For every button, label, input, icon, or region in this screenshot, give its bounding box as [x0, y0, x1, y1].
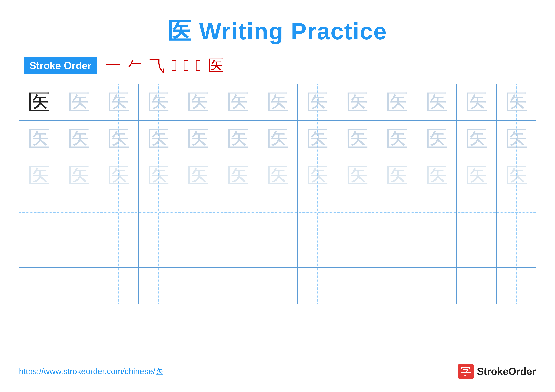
grid-cell-1-6[interactable]: 医	[258, 121, 298, 157]
grid-cell-0-11[interactable]: 医	[457, 84, 497, 121]
grid-cell-0-1[interactable]: 医	[59, 84, 99, 121]
grid-cell-3-6[interactable]	[258, 194, 298, 231]
grid-cell-5-11[interactable]	[457, 268, 497, 304]
grid-cell-1-0[interactable]: 医	[19, 121, 59, 157]
grid-cell-3-10[interactable]	[417, 194, 457, 231]
grid-cell-0-3[interactable]: 医	[139, 84, 178, 121]
grid-cell-0-12[interactable]: 医	[497, 84, 536, 121]
stroke-order-badge: Stroke Order	[24, 57, 97, 74]
grid-cell-3-2[interactable]	[99, 194, 139, 231]
grid-cell-5-8[interactable]	[337, 268, 377, 304]
grid-cell-2-11[interactable]: 医	[457, 157, 497, 194]
grid-cell-3-5[interactable]	[218, 194, 258, 231]
grid-cell-2-5[interactable]: 医	[218, 157, 258, 194]
grid-cell-1-12[interactable]: 医	[497, 121, 536, 157]
grid-cell-0-2[interactable]: 医	[99, 84, 139, 121]
grid-cell-4-12[interactable]	[497, 231, 536, 267]
cell-char-2-4: 医	[187, 165, 209, 187]
stroke-step-1: 𠂉	[127, 58, 143, 73]
cell-char-1-6: 医	[267, 128, 289, 150]
cell-char-0-10: 医	[426, 91, 448, 113]
grid-cell-5-4[interactable]	[178, 268, 218, 304]
grid-cell-4-9[interactable]	[377, 231, 417, 267]
grid-cell-4-2[interactable]	[99, 231, 139, 267]
cell-char-2-9: 医	[386, 165, 408, 187]
grid-cell-2-0[interactable]: 医	[19, 157, 59, 194]
grid-cell-3-11[interactable]	[457, 194, 497, 231]
grid-cell-4-7[interactable]	[298, 231, 337, 267]
grid-cell-5-0[interactable]	[19, 268, 59, 304]
grid-cell-5-1[interactable]	[59, 268, 99, 304]
grid-cell-4-11[interactable]	[457, 231, 497, 267]
grid-cell-5-2[interactable]	[99, 268, 139, 304]
grid-cell-0-10[interactable]: 医	[417, 84, 457, 121]
grid-cell-3-9[interactable]	[377, 194, 417, 231]
cell-char-0-0: 医	[28, 91, 50, 113]
grid-cell-0-9[interactable]: 医	[377, 84, 417, 121]
grid-cell-5-10[interactable]	[417, 268, 457, 304]
grid-cell-0-8[interactable]: 医	[337, 84, 377, 121]
footer: https://www.strokeorder.com/chinese/医 字 …	[19, 363, 536, 379]
grid-cell-2-1[interactable]: 医	[59, 157, 99, 194]
grid-cell-1-9[interactable]: 医	[377, 121, 417, 157]
grid-cell-4-6[interactable]	[258, 231, 298, 267]
grid-cell-3-3[interactable]	[139, 194, 178, 231]
grid-cell-2-3[interactable]: 医	[139, 157, 178, 194]
page-title: 医 Writing Practice	[168, 16, 387, 47]
grid-cell-1-3[interactable]: 医	[139, 121, 178, 157]
stroke-order-row: Stroke Order 一𠂉⺄𠃊𠃌𠃍医	[19, 57, 536, 74]
grid-cell-3-4[interactable]	[178, 194, 218, 231]
grid-cell-4-5[interactable]	[218, 231, 258, 267]
footer-url[interactable]: https://www.strokeorder.com/chinese/医	[19, 366, 163, 377]
grid-cell-3-8[interactable]	[337, 194, 377, 231]
grid-cell-4-10[interactable]	[417, 231, 457, 267]
grid-cell-2-6[interactable]: 医	[258, 157, 298, 194]
grid-cell-2-9[interactable]: 医	[377, 157, 417, 194]
grid-cell-5-6[interactable]	[258, 268, 298, 304]
grid-cell-0-0[interactable]: 医	[19, 84, 59, 121]
grid-cell-1-8[interactable]: 医	[337, 121, 377, 157]
grid-cell-4-4[interactable]	[178, 231, 218, 267]
stroke-step-6: 医	[208, 58, 224, 73]
grid-cell-3-12[interactable]	[497, 194, 536, 231]
grid-cell-5-3[interactable]	[139, 268, 178, 304]
cell-char-1-12: 医	[505, 128, 527, 150]
grid-cell-2-4[interactable]: 医	[178, 157, 218, 194]
grid-cell-1-5[interactable]: 医	[218, 121, 258, 157]
grid-cell-3-1[interactable]	[59, 194, 99, 231]
grid-cell-2-7[interactable]: 医	[298, 157, 337, 194]
grid-cell-4-0[interactable]	[19, 231, 59, 267]
grid-cell-1-1[interactable]: 医	[59, 121, 99, 157]
cell-char-0-1: 医	[68, 91, 90, 113]
cell-char-2-1: 医	[68, 165, 90, 187]
grid-cell-5-5[interactable]	[218, 268, 258, 304]
grid-cell-1-10[interactable]: 医	[417, 121, 457, 157]
grid-cell-4-8[interactable]	[337, 231, 377, 267]
grid-cell-5-12[interactable]	[497, 268, 536, 304]
grid-cell-2-12[interactable]: 医	[497, 157, 536, 194]
grid-cell-0-5[interactable]: 医	[218, 84, 258, 121]
grid-cell-4-1[interactable]	[59, 231, 99, 267]
grid-cell-0-7[interactable]: 医	[298, 84, 337, 121]
grid-cell-1-2[interactable]: 医	[99, 121, 139, 157]
grid-cell-2-10[interactable]: 医	[417, 157, 457, 194]
grid-cell-0-4[interactable]: 医	[178, 84, 218, 121]
cell-char-2-7: 医	[306, 165, 329, 187]
cell-char-0-7: 医	[306, 91, 329, 113]
grid-cell-1-11[interactable]: 医	[457, 121, 497, 157]
grid-cell-0-6[interactable]: 医	[258, 84, 298, 121]
grid-cell-3-0[interactable]	[19, 194, 59, 231]
grid-cell-1-7[interactable]: 医	[298, 121, 337, 157]
stroke-step-3: 𠃊	[171, 58, 177, 73]
grid-cell-4-3[interactable]	[139, 231, 178, 267]
grid-row-1: 医医医医医医医医医医医医医	[19, 121, 536, 157]
grid-cell-2-8[interactable]: 医	[337, 157, 377, 194]
grid-cell-3-7[interactable]	[298, 194, 337, 231]
grid-cell-5-9[interactable]	[377, 268, 417, 304]
cell-char-0-12: 医	[505, 91, 527, 113]
cell-char-1-5: 医	[227, 128, 249, 150]
cell-char-2-3: 医	[147, 165, 169, 187]
grid-cell-5-7[interactable]	[298, 268, 337, 304]
grid-cell-2-2[interactable]: 医	[99, 157, 139, 194]
grid-cell-1-4[interactable]: 医	[178, 121, 218, 157]
